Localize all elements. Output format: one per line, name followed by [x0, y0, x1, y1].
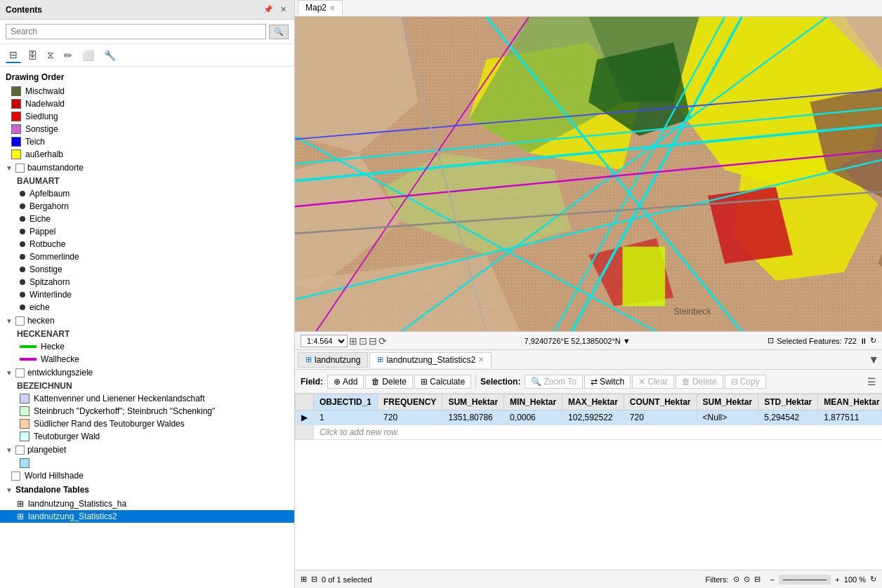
- copy-button[interactable]: ⊟ Copy: [725, 375, 766, 389]
- col-header-max-hektar[interactable]: MAX_Hektar: [562, 394, 624, 410]
- col-header-frequency[interactable]: FREQUENCY: [378, 394, 442, 410]
- map-tab-map2[interactable]: Map2 ✕: [298, 0, 343, 15]
- list-view-btn[interactable]: ⊟: [6, 47, 21, 63]
- map-canvas[interactable]: Steinbeck: [295, 17, 882, 332]
- item-steinbruch[interactable]: Steinbruch "Dyckerhoff"; Steinbruch "Sch…: [0, 405, 294, 417]
- refresh-table-icon[interactable]: ↻: [870, 575, 876, 584]
- map-tab-close-icon[interactable]: ✕: [329, 4, 335, 12]
- item-bergahorn[interactable]: Bergahorn: [0, 200, 294, 213]
- col-header-std-hektar[interactable]: STD_Hektar: [758, 394, 818, 410]
- item-sudlicher[interactable]: Südlicher Rand des Teutoburger Waldes: [0, 417, 294, 430]
- cell-std-hektar: 5,294542: [758, 410, 818, 425]
- item-wallhecke[interactable]: Wallhecke: [0, 353, 294, 366]
- add-new-row[interactable]: Click to add new row.: [296, 425, 883, 440]
- item-winterlinde[interactable]: Winterlinde: [0, 288, 294, 301]
- tools-btn[interactable]: 🔧: [100, 48, 119, 63]
- layer-mischwald[interactable]: Mischwald: [0, 85, 294, 98]
- world-hillshade-label: World Hillshade: [25, 471, 84, 481]
- attr-tab-landnutzung[interactable]: ⊞ landnutzung: [298, 352, 368, 368]
- add-field-button[interactable]: ⊕ Add: [327, 375, 364, 389]
- hecken-checkbox[interactable]: [15, 316, 25, 326]
- filter-icon-1[interactable]: ⊙: [733, 575, 739, 584]
- clear-button[interactable]: ✕ Clear: [632, 375, 674, 389]
- bookmark-icon[interactable]: ⊟: [369, 335, 377, 347]
- item-apfelbaum[interactable]: Apfelbaum: [0, 187, 294, 200]
- sommerlinde-dot: [20, 254, 25, 260]
- layer-nadelwald[interactable]: Nadelwald: [0, 98, 294, 110]
- item-eiche2[interactable]: eiche: [0, 301, 294, 314]
- zoom-in-icon[interactable]: +: [835, 575, 839, 584]
- database-btn[interactable]: 🗄: [24, 48, 41, 63]
- col-header-count-hektar[interactable]: COUNT_Hektar: [624, 394, 697, 410]
- search-button[interactable]: 🔍: [269, 25, 289, 39]
- filter-layer-btn[interactable]: ⧖: [44, 47, 58, 63]
- pause-icon[interactable]: ⏸: [860, 337, 867, 345]
- item-kattenvenner[interactable]: Kattenvenner und Lienener Heckenlandscha…: [0, 392, 294, 405]
- item-sommerlinde[interactable]: Sommerlinde: [0, 250, 294, 263]
- hecke-line: [20, 345, 37, 348]
- zoom-slider[interactable]: ────────: [779, 575, 831, 584]
- zoom-out-icon[interactable]: −: [770, 575, 775, 584]
- col-header-min-hektar[interactable]: MIN_Hektar: [504, 394, 562, 410]
- col-header-objectid[interactable]: OBJECTID_1: [314, 394, 378, 410]
- world-hillshade-checkbox[interactable]: [11, 472, 20, 481]
- layer-ausserhalb[interactable]: außerhalb: [0, 148, 294, 161]
- scale-select[interactable]: 1:4.564: [301, 335, 348, 347]
- attr-status-left: ⊞ ⊟ 0 of 1 selected: [301, 575, 372, 584]
- layer-sonstige[interactable]: Sonstige: [0, 123, 294, 135]
- layer-siedlung[interactable]: Siedlung: [0, 110, 294, 123]
- steinbruch-swatch: [20, 406, 29, 416]
- plangebiet-color-box: [20, 458, 29, 468]
- item-hecke[interactable]: Hecke: [0, 340, 294, 353]
- item-spitzahorn[interactable]: Spitzahorn: [0, 276, 294, 288]
- calculate-button[interactable]: ⊞ Calculate: [414, 375, 471, 389]
- edit-btn[interactable]: ✏: [60, 48, 76, 63]
- delete-row-button[interactable]: 🗑 Delete: [676, 375, 723, 389]
- plangebiet-checkbox[interactable]: [15, 446, 25, 455]
- feature-btn[interactable]: ⬜: [79, 48, 98, 63]
- item-eiche[interactable]: Eiche: [0, 213, 294, 225]
- table-icon-status2: ⊟: [311, 575, 317, 584]
- zoom-to-button[interactable]: 🔍 Zoom To: [525, 375, 582, 389]
- attr-tab-statistics2[interactable]: ⊞ landnutzung_Statistics2 ✕: [369, 352, 492, 368]
- map-coordinates: 7,9240726°E 52,1385002°N ▼: [393, 337, 762, 345]
- selection-label: Selection:: [480, 377, 520, 387]
- pin-icon[interactable]: 📌: [261, 4, 275, 15]
- filter-icon-2[interactable]: ⊙: [744, 575, 750, 584]
- col-header-mean-hektar[interactable]: MEAN_Hektar: [818, 394, 882, 410]
- scale-tools-icon[interactable]: ⊞: [349, 335, 357, 347]
- entwicklungsziele-checkbox[interactable]: [15, 368, 25, 377]
- group-entwicklungsziele[interactable]: ▼ entwicklungsziele: [0, 366, 294, 380]
- contents-tree: Drawing Order Mischwald Nadelwald Siedlu…: [0, 67, 294, 588]
- group-baumstandorte[interactable]: ▼ baumstandorte: [0, 161, 294, 175]
- switch-button[interactable]: ⇄ Switch: [584, 375, 631, 389]
- item-plangebiet-swatch[interactable]: [0, 457, 294, 469]
- table-row[interactable]: ▶ 1 720 1351,80786 0,0006 102,592522 720…: [296, 410, 883, 425]
- col-header-sum-hektar2[interactable]: SUM_Hektar: [697, 394, 758, 410]
- add-icon: ⊕: [334, 377, 341, 387]
- attr-tabs-menu-icon[interactable]: ▼: [868, 354, 879, 366]
- item-sonstige-baum[interactable]: Sonstige: [0, 263, 294, 276]
- attr-tab2-close-icon[interactable]: ✕: [478, 356, 484, 363]
- filter-icon-3[interactable]: ⊟: [754, 575, 761, 584]
- contents-toolbar: ⊟ 🗄 ⧖ ✏ ⬜ 🔧: [0, 44, 294, 67]
- rotation-icon[interactable]: ⟳: [379, 335, 387, 347]
- select-icon[interactable]: ⊡: [359, 335, 367, 347]
- layer-teich[interactable]: Teich: [0, 135, 294, 148]
- attr-toolbar-menu-icon[interactable]: ☰: [867, 376, 876, 387]
- item-teutoburger[interactable]: Teutoburger Wald: [0, 430, 294, 443]
- item-pappel[interactable]: Pappel: [0, 225, 294, 238]
- standalone-item-statistics2[interactable]: ⊞ landnutzung_Statistics2: [0, 510, 294, 523]
- col-header-sum-hektar[interactable]: SUM_Hektar: [442, 394, 504, 410]
- baumstandorte-checkbox[interactable]: [15, 163, 25, 173]
- group-hecken[interactable]: ▼ hecken: [0, 314, 294, 328]
- standalone-item-statistics-ha[interactable]: ⊞ landnutzung_Statistics_ha: [0, 497, 294, 510]
- refresh-icon[interactable]: ↻: [870, 336, 876, 345]
- delete-field-button[interactable]: 🗑 Delete: [365, 375, 413, 389]
- close-icon[interactable]: ✕: [278, 4, 289, 15]
- item-rotbuche[interactable]: Rotbuche: [0, 238, 294, 250]
- item-world-hillshade[interactable]: World Hillshade: [0, 469, 294, 482]
- group-plangebiet[interactable]: ▼ plangebiet: [0, 443, 294, 457]
- search-input[interactable]: [6, 24, 266, 39]
- eiche-dot: [20, 216, 25, 222]
